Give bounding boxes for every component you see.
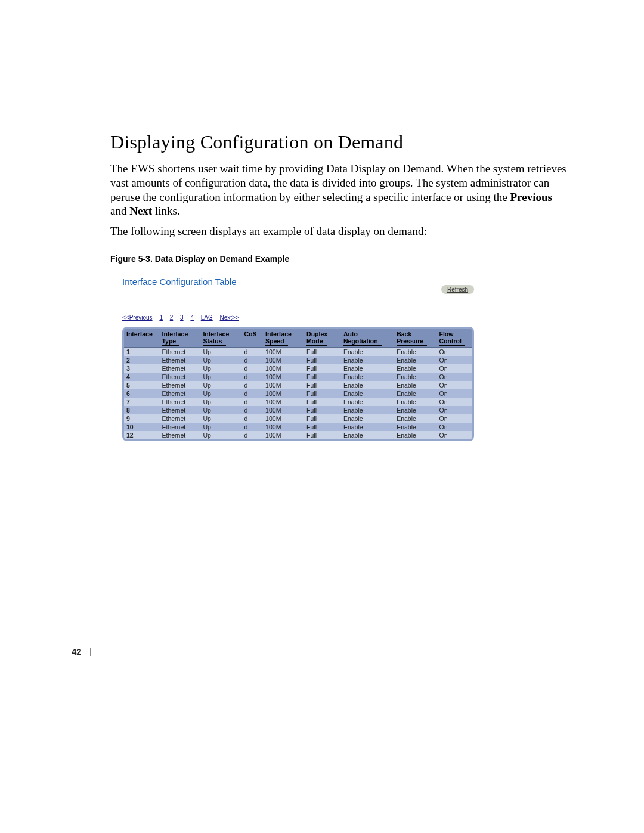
cell-type: Ethernet [159, 423, 200, 431]
interface-config-table: Interface InterfaceType InterfaceStatus … [124, 329, 472, 439]
table-row: 8EthernetUpd100MFullEnableEnableOn [124, 406, 472, 414]
cell-auto: Enable [341, 423, 394, 431]
th-interface-speed: InterfaceSpeed [263, 329, 304, 348]
para1-text-mid: and [110, 205, 129, 217]
th-back-pressure: BackPressure [394, 329, 436, 348]
cell-cos: d [242, 373, 263, 381]
pager-lag[interactable]: LAG [201, 314, 213, 321]
table-row: 9EthernetUpd100MFullEnableEnableOn [124, 414, 472, 423]
cell-type: Ethernet [159, 389, 200, 398]
cell-auto: Enable [341, 347, 394, 356]
cell-duplex: Full [304, 398, 341, 406]
table-row: 5EthernetUpd100MFullEnableEnableOn [124, 381, 472, 389]
cell-status: Up [200, 389, 242, 398]
cell-speed: 100M [263, 381, 304, 389]
figure-caption: Figure 5-3. Data Display on Demand Examp… [110, 254, 587, 264]
cell-flow: On [437, 364, 473, 373]
cell-cos: d [242, 356, 263, 364]
table-row: 12EthernetUpd100MFullEnableEnableOn [124, 431, 472, 439]
cell-back: Enable [394, 414, 436, 423]
th-interface-type: InterfaceType [159, 329, 200, 348]
cell-status: Up [200, 381, 242, 389]
cell-status: Up [200, 431, 242, 439]
cell-iface: 1 [124, 347, 159, 356]
page-number-value: 42 [72, 646, 82, 657]
cell-flow: On [437, 389, 473, 398]
cell-iface: 3 [124, 364, 159, 373]
cell-back: Enable [394, 406, 436, 414]
cell-status: Up [200, 406, 242, 414]
cell-cos: d [242, 381, 263, 389]
cell-auto: Enable [341, 431, 394, 439]
cell-iface: 7 [124, 398, 159, 406]
screenshot-header: Interface Configuration Table Refresh [122, 274, 474, 298]
cell-type: Ethernet [159, 431, 200, 439]
paragraph-1: The EWS shortens user wait time by provi… [110, 162, 569, 218]
th-duplex-mode: DuplexMode [304, 329, 341, 348]
para1-bold-previous: Previous [510, 191, 552, 203]
th-auto-negotiation: AutoNegotiation [341, 329, 394, 348]
cell-auto: Enable [341, 373, 394, 381]
table-row: 10EthernetUpd100MFullEnableEnableOn [124, 423, 472, 431]
cell-iface: 5 [124, 381, 159, 389]
cell-flow: On [437, 356, 473, 364]
table-row: 2EthernetUpd100MFullEnableEnableOn [124, 356, 472, 364]
cell-speed: 100M [263, 423, 304, 431]
cell-back: Enable [394, 347, 436, 356]
cell-status: Up [200, 373, 242, 381]
pager-previous[interactable]: <<Previous [122, 314, 153, 321]
cell-iface: 10 [124, 423, 159, 431]
screenshot-title: Interface Configuration Table [122, 274, 237, 298]
page-number: 42 [72, 646, 91, 657]
section-heading: Displaying Configuration on Demand [110, 131, 587, 153]
cell-type: Ethernet [159, 406, 200, 414]
pager-page-3[interactable]: 3 [180, 314, 184, 321]
cell-speed: 100M [263, 398, 304, 406]
cell-back: Enable [394, 373, 436, 381]
para1-text-pre: The EWS shortens user wait time by provi… [110, 162, 566, 203]
cell-status: Up [200, 364, 242, 373]
page-number-divider [90, 648, 91, 656]
cell-speed: 100M [263, 356, 304, 364]
figure-screenshot: Interface Configuration Table Refresh <<… [122, 274, 474, 441]
th-cos: CoS [242, 329, 263, 348]
cell-duplex: Full [304, 406, 341, 414]
cell-cos: d [242, 414, 263, 423]
cell-iface: 6 [124, 389, 159, 398]
cell-duplex: Full [304, 381, 341, 389]
cell-flow: On [437, 414, 473, 423]
cell-cos: d [242, 347, 263, 356]
cell-back: Enable [394, 356, 436, 364]
cell-flow: On [437, 431, 473, 439]
cell-cos: d [242, 389, 263, 398]
cell-speed: 100M [263, 431, 304, 439]
cell-auto: Enable [341, 414, 394, 423]
table-row: 6EthernetUpd100MFullEnableEnableOn [124, 389, 472, 398]
th-flow-control: FlowControl [437, 329, 473, 348]
table-row: 4EthernetUpd100MFullEnableEnableOn [124, 373, 472, 381]
cell-type: Ethernet [159, 414, 200, 423]
cell-cos: d [242, 423, 263, 431]
cell-duplex: Full [304, 423, 341, 431]
refresh-button[interactable]: Refresh [441, 285, 474, 294]
cell-back: Enable [394, 423, 436, 431]
pager-next[interactable]: Next>> [220, 314, 239, 321]
para1-text-post: links. [152, 205, 179, 217]
cell-status: Up [200, 414, 242, 423]
cell-type: Ethernet [159, 398, 200, 406]
pager-page-1[interactable]: 1 [159, 314, 163, 321]
cell-speed: 100M [263, 373, 304, 381]
cell-iface: 9 [124, 414, 159, 423]
cell-cos: d [242, 398, 263, 406]
interface-table-wrap: Interface InterfaceType InterfaceStatus … [122, 327, 474, 441]
cell-back: Enable [394, 381, 436, 389]
cell-speed: 100M [263, 347, 304, 356]
cell-status: Up [200, 423, 242, 431]
cell-cos: d [242, 364, 263, 373]
table-row: 3EthernetUpd100MFullEnableEnableOn [124, 364, 472, 373]
cell-duplex: Full [304, 389, 341, 398]
pager-page-2[interactable]: 2 [170, 314, 174, 321]
table-header-row: Interface InterfaceType InterfaceStatus … [124, 329, 472, 348]
pager-page-4[interactable]: 4 [190, 314, 194, 321]
cell-duplex: Full [304, 364, 341, 373]
